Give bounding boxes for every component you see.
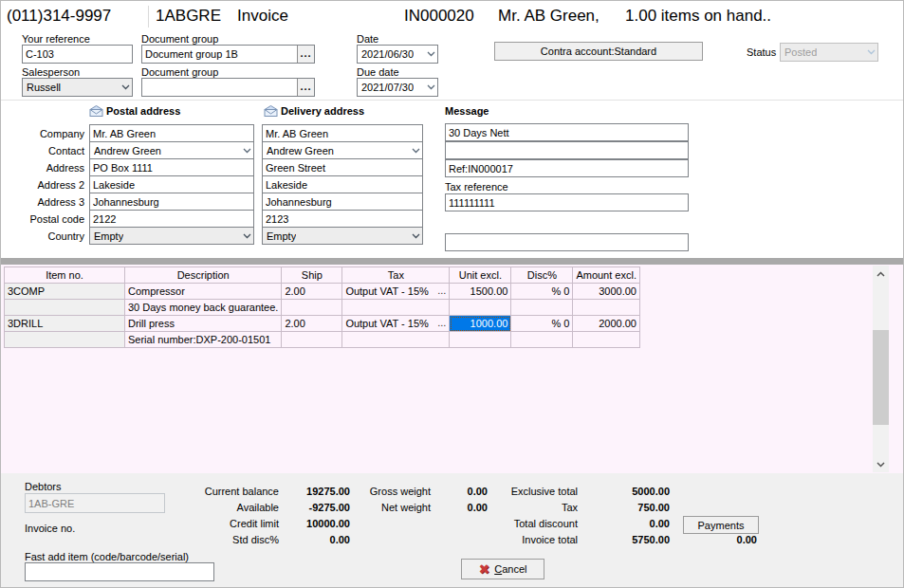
address3-label: Address 3: [1, 196, 84, 208]
cell-ship[interactable]: 2.00: [282, 284, 342, 300]
document-group-label: Document group: [141, 33, 218, 45]
document-group-field[interactable]: ...: [141, 45, 315, 64]
payments-button[interactable]: Payments: [683, 516, 759, 534]
vertical-scrollbar[interactable]: [873, 266, 889, 472]
envelope-icon: [264, 105, 278, 117]
delivery-address2-input[interactable]: [262, 175, 423, 193]
tax-browse-icon[interactable]: ...: [437, 317, 446, 328]
cell-item-no[interactable]: [5, 332, 125, 348]
scrollbar-thumb[interactable]: [873, 330, 889, 425]
cell-tax[interactable]: Output VAT - 15%...: [342, 284, 450, 300]
document-group-browse-button[interactable]: ...: [297, 46, 314, 63]
postal-address3-input[interactable]: [89, 193, 254, 211]
postal-company-input[interactable]: [89, 124, 254, 142]
cell-item-no[interactable]: 3COMP: [5, 284, 125, 300]
envelope-icon: [89, 105, 103, 117]
message-line2-input[interactable]: [445, 141, 689, 159]
grid-header-row: Item no. Description Ship Tax Unit excl.…: [5, 267, 640, 284]
postal-address-header: Postal address: [89, 105, 180, 117]
address2-label: Address 2: [1, 179, 84, 191]
cell-item-no[interactable]: 3DRILL: [5, 316, 125, 332]
cell-tax[interactable]: [342, 332, 450, 348]
postal-address-input[interactable]: [89, 158, 254, 176]
cell-description[interactable]: Serial number:DXP-200-01501: [125, 332, 282, 348]
splitter-bar[interactable]: [1, 257, 904, 265]
col-unit-excl: Unit excl.: [450, 267, 511, 284]
cell-tax[interactable]: [342, 300, 450, 316]
address-label: Address: [1, 162, 84, 174]
postal-country-select[interactable]: Empty: [89, 227, 254, 245]
status-label: Status: [747, 46, 776, 58]
cell-description[interactable]: Drill press: [125, 316, 282, 332]
cell-unit-excl-selected[interactable]: 1000.00: [450, 316, 511, 332]
delivery-address-input[interactable]: [262, 158, 423, 176]
cell-ship[interactable]: 2.00: [282, 316, 342, 332]
stat-invoice-total: Invoice total 5750.00: [464, 534, 670, 545]
cell-tax[interactable]: Output VAT - 15%...: [342, 316, 450, 332]
scroll-up-button[interactable]: [873, 266, 889, 282]
delivery-company-input[interactable]: [262, 124, 423, 142]
cell-disc[interactable]: % 0: [511, 284, 573, 300]
table-row: 3COMP Compressor 2.00 Output VAT - 15%..…: [5, 284, 640, 300]
stat-credit-limit: Credit limit 10000.00: [141, 518, 350, 529]
cell-disc[interactable]: [511, 300, 573, 316]
cell-unit-excl[interactable]: [450, 300, 511, 316]
country-label: Country: [1, 230, 84, 242]
cell-description[interactable]: 30 Days money back guarantee.: [125, 300, 282, 316]
customer-phone: (011)314-9997: [7, 7, 111, 26]
status-select: Posted: [780, 43, 878, 62]
cell-ship[interactable]: [282, 332, 342, 348]
chevron-down-icon: [876, 462, 885, 468]
col-description: Description: [125, 267, 282, 284]
account-code: 1ABGRE: [156, 7, 221, 26]
postal-address2-input[interactable]: [89, 175, 254, 193]
cell-unit-excl[interactable]: 1500.00: [450, 284, 511, 300]
document-group2-field[interactable]: ...: [141, 78, 315, 97]
fast-add-input[interactable]: [25, 562, 214, 581]
cell-disc[interactable]: % 0: [511, 316, 573, 332]
scroll-down-button[interactable]: [873, 456, 889, 472]
salesperson-select[interactable]: Russell: [22, 78, 133, 97]
due-date-picker[interactable]: 2021/07/30: [357, 78, 438, 97]
extra-field-input[interactable]: [445, 233, 689, 251]
chevron-up-icon: [876, 271, 885, 277]
postal-code-input[interactable]: [89, 210, 254, 228]
cancel-button[interactable]: ✖ Cancel: [461, 559, 544, 579]
invoice-no-label: Invoice no.: [25, 523, 75, 534]
line-items-area: Item no. Description Ship Tax Unit excl.…: [1, 265, 904, 473]
cell-disc[interactable]: [511, 332, 573, 348]
col-ship: Ship: [282, 267, 342, 284]
delivery-address3-input[interactable]: [262, 193, 423, 211]
stat-current-balance: Current balance 19275.00: [141, 486, 350, 497]
document-group2-input[interactable]: [142, 79, 297, 96]
delivery-country-select[interactable]: Empty: [262, 227, 423, 245]
delivery-postal-code-input[interactable]: [262, 210, 423, 228]
cell-amount-excl[interactable]: [573, 332, 640, 348]
your-reference-label: Your reference: [22, 33, 90, 45]
message-line1-input[interactable]: [445, 123, 689, 141]
salesperson-label: Salesperson: [22, 66, 80, 78]
col-item-no: Item no.: [5, 267, 125, 284]
cell-ship[interactable]: [282, 300, 342, 316]
cell-unit-excl[interactable]: [450, 332, 511, 348]
cell-amount-excl[interactable]: 2000.00: [573, 316, 640, 332]
delivery-contact-select[interactable]: Andrew Green: [262, 141, 423, 159]
tax-browse-icon[interactable]: ...: [437, 285, 446, 296]
document-group-input[interactable]: [142, 46, 297, 63]
contra-account-button[interactable]: Contra account:Standard: [494, 42, 703, 61]
postal-contact-select[interactable]: Andrew Green: [89, 141, 254, 159]
document-group2-label: Document group: [141, 66, 218, 78]
cell-item-no[interactable]: [5, 300, 125, 316]
tax-reference-input[interactable]: [445, 193, 689, 211]
chevron-down-icon: [243, 233, 251, 239]
cell-description[interactable]: Compressor: [125, 284, 282, 300]
document-group2-browse-button[interactable]: ...: [297, 79, 314, 96]
table-row-comment: 30 Days money back guarantee.: [5, 300, 640, 316]
cell-amount-excl[interactable]: [573, 300, 640, 316]
date-picker[interactable]: 2021/06/30: [357, 45, 438, 64]
your-reference-input[interactable]: [22, 45, 133, 64]
cell-amount-excl[interactable]: 3000.00: [573, 284, 640, 300]
stat-exclusive-total: Exclusive total 5000.00: [464, 486, 670, 497]
message-line3-input[interactable]: [445, 159, 689, 177]
header-divider: [148, 6, 149, 28]
